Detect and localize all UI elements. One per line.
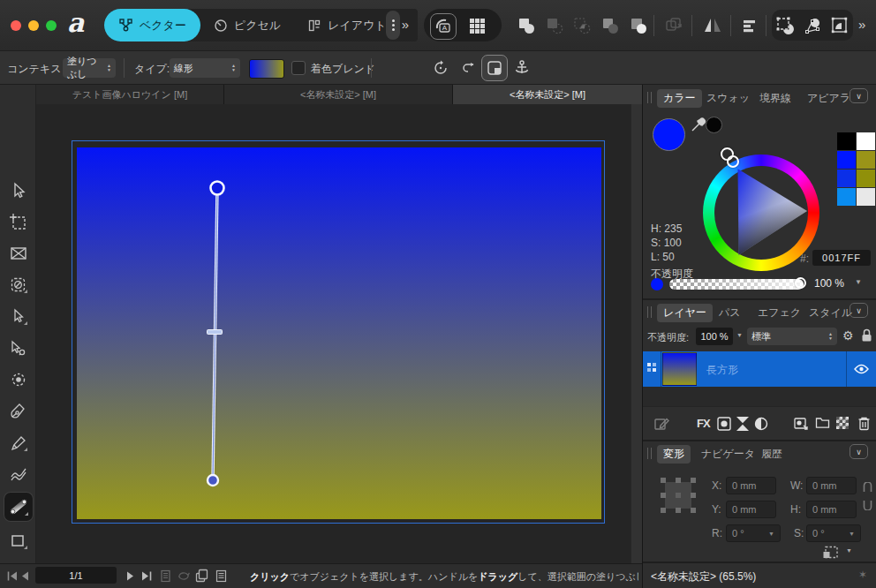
tab-history[interactable]: 履歴 <box>761 447 782 462</box>
opacity-dropdown-chevron[interactable]: ▼ <box>855 278 862 286</box>
toolbar-overflow-chevron[interactable]: » <box>858 17 865 32</box>
tool-placeholder[interactable] <box>7 242 30 265</box>
persona-tab-pixel[interactable]: ピクセル <box>200 18 294 34</box>
swatch[interactable] <box>857 132 875 150</box>
persona-overflow-chevron[interactable]: » <box>400 17 418 34</box>
doc-tab-1[interactable]: テスト画像ハロウイン [M] <box>36 85 223 104</box>
persona-tab-layout[interactable]: レイアウト <box>294 18 400 34</box>
triangle-handle[interactable] <box>727 155 739 168</box>
boolean-intersect-button[interactable] <box>570 14 593 37</box>
tab-transform[interactable]: 変形 <box>657 445 691 464</box>
tool-pencil[interactable] <box>7 432 30 455</box>
rotate-gradient-button[interactable] <box>429 57 452 79</box>
adjustment-layer-icon[interactable] <box>736 417 749 431</box>
layer-opacity-chevron[interactable]: ▼ <box>736 332 743 338</box>
tab-color[interactable]: カラー <box>657 89 702 108</box>
grid-view-button[interactable] <box>465 14 488 37</box>
last-page-icon[interactable] <box>141 571 152 581</box>
tool-artboard[interactable] <box>7 211 30 234</box>
pages-icon[interactable] <box>160 569 171 583</box>
fx-button[interactable]: FX <box>697 417 710 430</box>
layer-settings-gear-icon[interactable]: ⚙ <box>842 328 854 343</box>
layer-visibility-eye-icon[interactable] <box>854 364 869 374</box>
layer-name[interactable]: 長方形 <box>706 363 738 378</box>
layer-opacity-field[interactable]: 100 % <box>696 328 733 345</box>
anchor-point-selector[interactable] <box>661 477 696 514</box>
anchor-button[interactable] <box>510 57 533 79</box>
current-color-circle[interactable] <box>653 118 685 151</box>
tab-appearance[interactable]: アピアラ <box>807 91 850 106</box>
transform-mode-chevron[interactable]: ▼ <box>846 547 852 554</box>
rotation-input[interactable]: 0 °▼ <box>726 524 781 542</box>
blend-mode-dropdown[interactable]: 標準 ▲▼ <box>747 328 837 345</box>
select-box-toggle[interactable] <box>828 14 851 37</box>
new-layer-from-selection-icon[interactable] <box>793 416 809 432</box>
tool-vector-brush[interactable] <box>7 463 30 486</box>
copy-icon[interactable] <box>195 569 208 583</box>
swatch[interactable] <box>837 132 856 150</box>
tab-layers[interactable]: レイヤー <box>657 304 713 322</box>
swatch[interactable] <box>857 188 875 206</box>
swatch[interactable] <box>837 151 856 169</box>
page-number-field[interactable]: 1/1 <box>35 567 117 584</box>
opacity-slider-track[interactable] <box>669 279 804 290</box>
fill-type-dropdown[interactable]: 塗りつぶし ▲▼ <box>63 58 116 78</box>
sync-icon[interactable] <box>177 571 190 581</box>
tool-gradient-selected[interactable] <box>4 493 33 521</box>
panel-drag-handle[interactable] <box>647 92 652 103</box>
previous-page-icon[interactable] <box>21 571 29 581</box>
panel-options-button[interactable]: ∨ <box>850 88 868 103</box>
tool-corner[interactable] <box>7 337 30 360</box>
swatch[interactable] <box>857 170 875 187</box>
tool-node[interactable] <box>7 305 30 328</box>
aspect-link-icon[interactable] <box>863 482 872 510</box>
persona-menu-button[interactable] <box>386 11 400 40</box>
boolean-subtract-button[interactable] <box>543 14 566 37</box>
gradient-swatch[interactable] <box>249 59 284 79</box>
doc-tab-2[interactable]: <名称未設定> [M] <box>224 85 452 104</box>
fit-to-selection-button[interactable] <box>481 55 508 81</box>
first-page-icon[interactable] <box>7 571 18 581</box>
edit-layer-icon[interactable] <box>653 416 669 432</box>
window-zoom-button[interactable] <box>46 20 57 31</box>
h-input[interactable]: 0 mm <box>806 501 857 518</box>
layer-list-empty-area[interactable] <box>643 387 876 406</box>
panel-drag-handle[interactable] <box>647 448 652 459</box>
hex-input[interactable]: 0017FF <box>812 250 871 266</box>
w-input[interactable]: 0 mm <box>806 477 857 494</box>
layer-thumbnail[interactable] <box>662 352 697 386</box>
tab-effects[interactable]: エフェク <box>758 305 801 320</box>
tab-styles[interactable]: スタイル <box>809 305 852 320</box>
tab-stroke[interactable]: 境界線 <box>759 91 791 106</box>
swatch[interactable] <box>837 188 856 206</box>
opacity-percent[interactable]: 100 % <box>814 277 844 290</box>
swatch[interactable] <box>857 151 875 169</box>
select-object-toggle[interactable] <box>774 14 797 37</box>
opacity-slider-handle[interactable] <box>795 277 806 289</box>
window-close-button[interactable] <box>11 20 21 31</box>
shear-input[interactable]: 0 °▼ <box>806 524 861 542</box>
tool-move[interactable] <box>7 179 30 202</box>
reverse-gradient-button[interactable] <box>457 57 480 79</box>
tool-point-transform[interactable] <box>7 368 30 391</box>
select-nodes-toggle[interactable] <box>802 14 825 37</box>
y-input[interactable]: 0 mm <box>726 501 776 518</box>
insert-behind-button[interactable] <box>662 14 685 37</box>
gradient-handle-overlay[interactable] <box>36 104 642 563</box>
boolean-add-button[interactable] <box>515 14 538 37</box>
align-button[interactable] <box>739 14 762 37</box>
list-icon[interactable] <box>215 569 227 583</box>
tool-style-picker[interactable] <box>7 274 30 297</box>
live-filter-icon[interactable] <box>754 417 768 431</box>
persona-tab-vector[interactable]: ベクター <box>104 9 200 41</box>
layer-lock-icon[interactable] <box>861 328 872 343</box>
panel-drag-handle[interactable] <box>647 306 652 318</box>
new-pixel-layer-icon[interactable] <box>836 417 849 429</box>
layer-row-selected[interactable]: 長方形 <box>643 351 876 387</box>
panel-options-button[interactable]: ∨ <box>850 444 868 459</box>
boolean-divide-button[interactable] <box>599 14 622 37</box>
doc-tab-3-active[interactable]: <名称未設定> [M] <box>453 85 642 104</box>
transform-mode-icon[interactable] <box>823 546 839 559</box>
tool-pen[interactable] <box>7 400 30 423</box>
swatch[interactable] <box>837 170 856 187</box>
